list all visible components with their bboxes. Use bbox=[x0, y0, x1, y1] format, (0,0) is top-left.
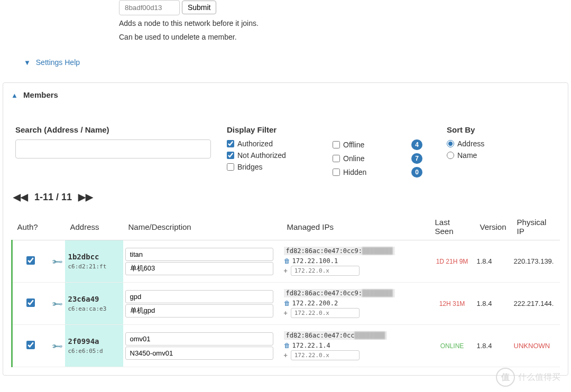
arrow-down-icon: ▼ bbox=[24, 59, 31, 67]
address-main[interactable]: 2f0994a bbox=[68, 337, 120, 346]
members-heading[interactable]: ▲ Members bbox=[3, 83, 568, 107]
physical-ip: 220.173.139. bbox=[512, 240, 560, 283]
settings-help-link[interactable]: ▼ Settings Help bbox=[24, 58, 80, 67]
col-physical-ip: Physical IP bbox=[512, 213, 560, 240]
version: 1.8.4 bbox=[475, 283, 512, 325]
name-input[interactable] bbox=[125, 332, 273, 346]
sort-address[interactable] bbox=[447, 140, 454, 147]
arrow-up-icon: ▲ bbox=[11, 91, 18, 99]
search-label: Search (Address / Name) bbox=[15, 125, 218, 134]
name-input[interactable] bbox=[125, 248, 273, 261]
ip-v4: 172.22.100.1 bbox=[292, 257, 338, 265]
col-version: Version bbox=[475, 213, 512, 240]
sort-name[interactable] bbox=[447, 152, 454, 159]
address-mac: c6:d2:21:ft bbox=[68, 263, 120, 270]
address-main[interactable]: 1b2dbcc bbox=[68, 253, 120, 261]
col-address: Address bbox=[65, 213, 123, 240]
version: 1.8.4 bbox=[475, 325, 512, 367]
last-seen: ONLINE bbox=[430, 325, 475, 367]
plus-icon[interactable]: + bbox=[284, 310, 288, 317]
add-node-help2: Can be used to undelete a member. bbox=[119, 32, 563, 43]
auth-checkbox[interactable] bbox=[26, 341, 35, 349]
plus-icon[interactable]: + bbox=[284, 267, 288, 275]
filter-bridges[interactable] bbox=[227, 163, 234, 171]
version: 1.8.4 bbox=[475, 240, 512, 283]
last-seen: 12H 31M bbox=[430, 283, 475, 325]
ip-v6: fd82:86ac:0e47:0cc████████ bbox=[284, 331, 388, 340]
page-range: 1-11 / 11 bbox=[34, 192, 72, 203]
add-node-input[interactable] bbox=[119, 0, 180, 15]
add-node-help1: Adds a node to this network before it jo… bbox=[119, 18, 563, 29]
badge-online: 7 bbox=[411, 153, 422, 164]
ip-v6: fd82:86ac:0e47:0cc9:████████ bbox=[284, 247, 395, 255]
plus-icon[interactable]: + bbox=[284, 352, 288, 359]
trash-icon[interactable]: 🗑 bbox=[284, 342, 290, 349]
col-auth: Auth? bbox=[12, 213, 49, 240]
table-row: 🔧2f0994ac6:e6:05:dfd82:86ac:0e47:0cc████… bbox=[12, 325, 560, 367]
display-filter-label: Display Filter bbox=[227, 125, 438, 134]
sort-by-label: Sort By bbox=[447, 125, 570, 134]
filter-not-authorized[interactable] bbox=[227, 152, 234, 159]
address-main[interactable]: 23c6a49 bbox=[68, 295, 120, 303]
filter-offline[interactable] bbox=[333, 141, 340, 148]
table-row: 🔧1b2dbccc6:d2:21:ftfd82:86ac:0e47:0cc9:█… bbox=[12, 240, 560, 283]
address-mac: c6:e6:05:d bbox=[68, 348, 120, 354]
col-managed-ips: Managed IPs bbox=[282, 213, 430, 240]
ip-add-input[interactable] bbox=[291, 266, 360, 276]
ip-v4: 172.22.200.2 bbox=[292, 300, 338, 307]
desc-input[interactable] bbox=[125, 347, 273, 360]
address-mac: c6:ea:ca:e3 bbox=[68, 305, 120, 312]
wrench-icon[interactable]: 🔧 bbox=[51, 297, 63, 310]
ip-v4: 172.22.1.4 bbox=[292, 342, 330, 349]
trash-icon[interactable]: 🗑 bbox=[284, 257, 290, 265]
filter-online[interactable] bbox=[333, 155, 340, 162]
search-input[interactable] bbox=[15, 139, 211, 158]
table-row: 🔧23c6a49c6:ea:ca:e3fd82:86ac:0e47:0cc9:█… bbox=[12, 283, 560, 325]
desc-input[interactable] bbox=[125, 304, 273, 318]
filter-authorized[interactable] bbox=[227, 140, 234, 147]
auth-checkbox[interactable] bbox=[26, 256, 35, 265]
last-seen: 1D 21H 9M bbox=[430, 240, 475, 283]
wrench-icon[interactable]: 🔧 bbox=[51, 255, 63, 267]
submit-button[interactable]: Submit bbox=[182, 1, 217, 14]
trash-icon[interactable]: 🗑 bbox=[284, 300, 290, 307]
ip-add-input[interactable] bbox=[291, 350, 360, 360]
page-last-icon[interactable]: ▶▶ bbox=[78, 191, 93, 203]
physical-ip: UNKNOWN bbox=[512, 325, 560, 367]
wrench-icon[interactable]: 🔧 bbox=[51, 340, 63, 352]
physical-ip: 222.217.144. bbox=[512, 283, 560, 325]
ip-add-input[interactable] bbox=[291, 308, 360, 318]
desc-input[interactable] bbox=[125, 262, 273, 275]
page-first-icon[interactable]: ◀◀ bbox=[13, 191, 28, 203]
settings-help-label: Settings Help bbox=[36, 58, 80, 67]
col-name: Name/Description bbox=[123, 213, 282, 240]
ip-v6: fd82:86ac:0e47:0cc9:████████ bbox=[284, 289, 395, 297]
name-input[interactable] bbox=[125, 290, 273, 303]
col-last-seen: Last Seen bbox=[430, 213, 475, 240]
auth-checkbox[interactable] bbox=[26, 298, 35, 307]
badge-hidden: 0 bbox=[411, 167, 422, 178]
badge-offline: 4 bbox=[411, 139, 422, 150]
filter-hidden[interactable] bbox=[333, 169, 340, 176]
